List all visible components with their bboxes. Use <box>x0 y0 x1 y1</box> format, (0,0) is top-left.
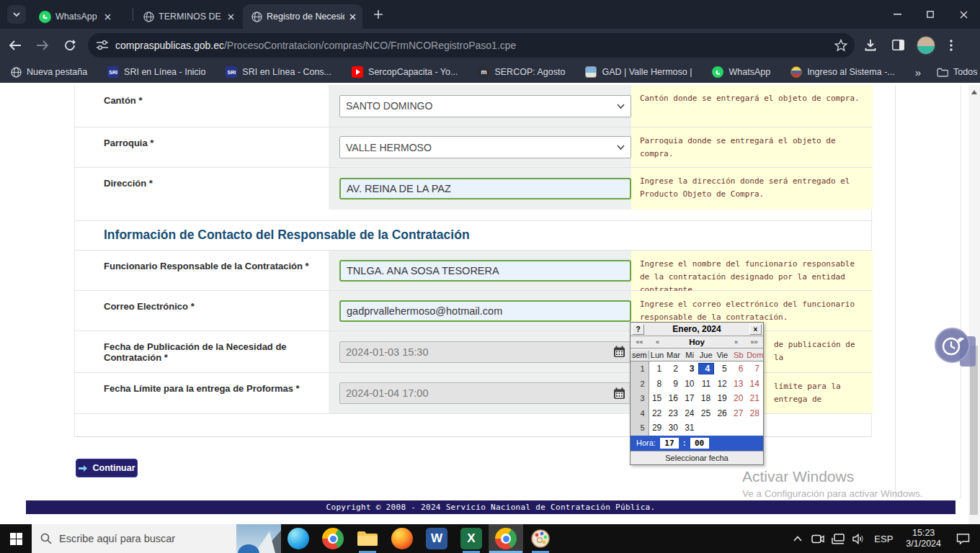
start-button[interactable] <box>0 524 32 553</box>
bookmark-sri-inicio[interactable]: SRI SRI en Línea - Inicio <box>107 66 205 78</box>
calendar-day[interactable]: 9 <box>665 379 682 389</box>
taskbar-paint[interactable] <box>523 524 558 553</box>
menu-dots-icon[interactable] <box>940 34 963 57</box>
back-button[interactable] <box>3 33 27 58</box>
correo-input[interactable]: gadprvallehermoso@hotmail.com <box>339 300 631 322</box>
continuar-button[interactable]: Continuar <box>76 459 138 477</box>
taskbar-firefox[interactable] <box>385 524 419 553</box>
bookmark-ingreso-sistema[interactable]: Ingreso al Sistema -... <box>790 66 895 78</box>
prev-year-button[interactable]: «« <box>631 338 648 347</box>
tab-close-icon[interactable] <box>102 10 115 23</box>
taskbar-file-explorer[interactable] <box>350 524 385 553</box>
network-icon[interactable] <box>829 524 847 553</box>
calendar-day[interactable]: 2 <box>665 364 682 374</box>
downloads-button[interactable] <box>859 34 882 57</box>
taskbar-word[interactable]: W <box>419 524 454 553</box>
bookmark-sri-consultas[interactable]: SRI SRI en Línea - Cons... <box>226 66 331 78</box>
new-tab-button[interactable] <box>368 4 388 24</box>
hour-box[interactable]: 17 <box>660 438 679 449</box>
calendar-picker-icon[interactable] <box>611 344 627 360</box>
calendar-picker-icon[interactable] <box>611 385 627 401</box>
next-year-button[interactable]: »» <box>746 338 762 347</box>
calendar-day[interactable]: 16 <box>665 393 682 403</box>
taskbar-search-input[interactable]: Escribe aquí para buscar <box>32 524 281 553</box>
calendar-day[interactable]: 3 <box>682 364 698 374</box>
canton-select[interactable]: SANTO DOMINGO <box>339 95 631 117</box>
calendar-day[interactable]: 26 <box>714 408 731 418</box>
page-scrollbar[interactable] <box>968 85 980 524</box>
language-indicator[interactable]: ESP <box>874 534 893 544</box>
tab-whatsapp[interactable]: WhatsApp <box>30 4 131 29</box>
minimize-button[interactable] <box>881 0 914 29</box>
tray-chevron-up-icon[interactable] <box>789 524 806 553</box>
side-panel-button[interactable] <box>886 34 909 57</box>
bookmark-sercop-agosto[interactable]: m SERCOP: Agosto <box>478 66 565 78</box>
calendar-day[interactable]: 19 <box>714 393 731 403</box>
taskbar-chrome-active[interactable] <box>489 524 523 553</box>
calendar-day[interactable]: 13 <box>731 379 747 389</box>
calendar-day[interactable]: 23 <box>665 408 682 418</box>
bookmark-star-icon[interactable] <box>834 39 847 52</box>
volume-icon[interactable] <box>850 524 867 553</box>
calendar-day[interactable]: 27 <box>731 408 747 418</box>
url-text[interactable]: compraspublicas.gob.ec/ProcesoContrataci… <box>115 40 834 51</box>
taskbar-excel[interactable]: X <box>454 524 489 553</box>
calendar-day[interactable]: 20 <box>731 393 747 403</box>
scrollbar-thumb[interactable] <box>970 346 978 515</box>
tab-close-icon[interactable] <box>228 10 234 23</box>
direccion-input[interactable]: AV. REINA DE LA PAZ <box>339 178 631 199</box>
bookmark-sercopcapacita[interactable]: SercopCapacita - Yo... <box>352 66 458 78</box>
calendar-day-selected[interactable]: 4 <box>698 363 715 374</box>
calendar-day[interactable]: 31 <box>682 423 698 433</box>
next-month-button[interactable]: » <box>728 338 744 347</box>
calendar-day[interactable]: 6 <box>731 364 747 374</box>
calendar-day[interactable]: 1 <box>649 364 666 374</box>
calendar-close-button[interactable]: × <box>749 324 762 335</box>
bookmarks-overflow-chevron[interactable]: » <box>915 66 921 78</box>
tab-terminos[interactable]: TERMINOS DE REFERENCIA CAN <box>135 4 240 29</box>
calendar-day[interactable]: 7 <box>747 364 763 374</box>
tab-registro-active[interactable]: Registro de Necesidades de Con <box>243 4 362 29</box>
calendar-day[interactable]: 5 <box>714 364 731 374</box>
calendar-day[interactable]: 17 <box>682 393 698 403</box>
all-bookmarks-button[interactable]: Todos los marcadores <box>937 66 980 78</box>
calendar-day[interactable]: 22 <box>649 408 666 418</box>
address-bar[interactable]: compraspublicas.gob.ec/ProcesoContrataci… <box>88 33 855 58</box>
site-settings-icon[interactable] <box>97 40 108 50</box>
scrollbar-up-arrow-icon[interactable] <box>971 90 977 94</box>
close-window-button[interactable] <box>947 0 980 29</box>
prev-month-button[interactable]: « <box>649 338 666 347</box>
calendar-day[interactable]: 24 <box>682 408 698 418</box>
calendar-day[interactable]: 25 <box>698 408 715 418</box>
calendar-day[interactable]: 14 <box>747 379 763 389</box>
today-button[interactable]: Hoy <box>667 338 727 346</box>
bookmark-whatsapp[interactable]: WhatsApp <box>712 66 770 78</box>
calendar-help-button[interactable]: ? <box>632 324 644 335</box>
taskbar-clock[interactable]: 15:23 3/1/2024 <box>906 528 941 549</box>
maximize-button[interactable] <box>914 0 947 29</box>
taskbar-edge[interactable] <box>281 524 316 553</box>
fecha-limite-input[interactable]: 2024-01-04 17:00 <box>339 382 631 404</box>
taskbar-chrome[interactable] <box>316 524 350 553</box>
calendar-day[interactable]: 30 <box>665 423 682 433</box>
tab-close-icon[interactable] <box>349 10 357 23</box>
profile-avatar[interactable] <box>917 36 935 55</box>
forward-button[interactable] <box>30 33 55 58</box>
fecha-publicacion-input[interactable]: 2024-01-03 15:30 <box>339 341 631 363</box>
calendar-day[interactable]: 8 <box>649 379 666 389</box>
timer-widget[interactable] <box>935 328 970 363</box>
calendar-day[interactable]: 10 <box>682 379 698 389</box>
funcionario-input[interactable]: TNLGA. ANA SOSA TESORERA <box>339 260 631 282</box>
calendar-day[interactable]: 12 <box>714 379 731 389</box>
calendar-day[interactable]: 18 <box>698 393 715 403</box>
meet-now-icon[interactable] <box>809 524 827 553</box>
calendar-day[interactable]: 15 <box>649 393 666 403</box>
bookmark-nueva-pestana[interactable]: Nueva pestaña <box>10 66 87 78</box>
calendar-day[interactable]: 29 <box>649 423 666 433</box>
minute-box[interactable]: 00 <box>690 438 709 449</box>
calendar-day[interactable]: 11 <box>698 379 715 389</box>
parroquia-select[interactable]: VALLE HERMOSO <box>339 136 631 158</box>
bookmark-gad-valle-hermoso[interactable]: GAD | Valle Hermoso | <box>585 66 692 78</box>
calendar-day[interactable]: 28 <box>747 408 763 418</box>
tab-search-button[interactable] <box>7 5 26 24</box>
